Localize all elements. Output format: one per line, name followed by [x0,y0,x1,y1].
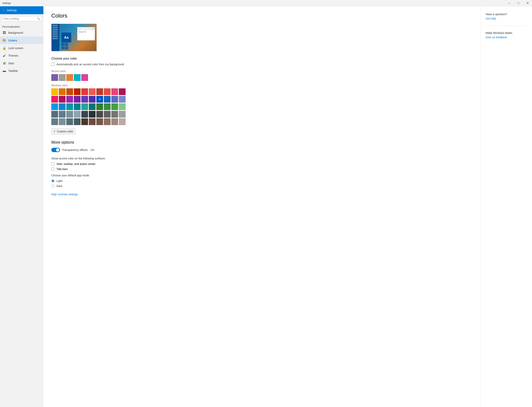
windows-color-swatch[interactable] [119,111,126,117]
preview-taskbar-item-4 [52,31,58,33]
windows-color-swatch[interactable] [119,96,126,102]
background-icon: 🖼 [2,31,6,35]
help-section: Have a question? Get help [486,13,527,20]
close-button[interactable]: ✕ [523,0,532,6]
feedback-section: Make Windows better. Give us feedback [486,31,527,39]
minimize-button[interactable]: ─ [505,0,514,6]
mode-dark-radio[interactable] [51,184,55,188]
mode-light-row: Light [51,179,473,182]
windows-color-swatch[interactable] [59,111,65,117]
sidebar-item-background[interactable]: 🖼 Background [0,29,43,37]
high-contrast-link[interactable]: High contrast settings [51,193,78,196]
transparency-toggle[interactable] [51,148,60,152]
windows-color-swatch[interactable] [96,88,103,95]
show-accent-label: Show accent color on the following surfa… [51,157,473,160]
default-app-mode-label: Choose your default app mode [51,174,473,177]
windows-color-swatch[interactable] [51,111,58,117]
windows-color-swatch[interactable] [111,88,118,95]
windows-color-swatch[interactable] [51,118,58,125]
windows-color-swatch[interactable] [96,103,103,110]
choose-color-title: Choose your color [51,57,473,60]
windows-color-swatch[interactable] [111,103,118,110]
surface-titlebars-checkbox[interactable] [51,167,55,171]
mode-light-radio[interactable] [51,179,55,182]
windows-color-swatch[interactable] [119,103,126,110]
surface-start-label[interactable]: Start, taskbar, and action center [56,162,95,165]
windows-color-swatch[interactable] [81,111,88,117]
windows-color-swatch[interactable] [89,88,95,95]
windows-color-swatch[interactable] [81,88,88,95]
windows-color-swatch[interactable] [59,103,65,110]
search-input[interactable] [3,17,37,20]
windows-color-swatch[interactable] [51,103,58,110]
recent-color-swatch[interactable] [81,74,88,81]
windows-color-swatch[interactable] [111,96,118,102]
windows-color-swatch[interactable] [66,88,73,95]
lock-icon: 🔒 [2,46,6,50]
windows-color-swatch[interactable] [96,118,103,125]
sidebar-item-start[interactable]: ⊞ Start [0,59,43,67]
windows-color-swatch[interactable] [104,118,111,125]
windows-color-swatch[interactable] [59,88,65,95]
sidebar-item-label-colors: Colors [8,39,17,42]
windows-color-swatch[interactable] [59,118,65,125]
preview-window-titlebar [77,27,95,30]
sidebar-item-colors[interactable]: 🎨 Colors [0,37,43,44]
sidebar-item-lock-screen[interactable]: 🔒 Lock screen [0,44,43,52]
windows-color-swatch[interactable] [51,96,58,102]
transparency-row: Transparency effects On [51,148,473,152]
windows-color-swatch[interactable] [89,103,95,110]
windows-color-swatch[interactable] [89,118,95,125]
windows-color-swatch[interactable] [111,118,118,125]
mode-light-label[interactable]: Light [56,179,62,182]
mode-dark-label[interactable]: Dark [56,184,62,188]
auto-pick-checkbox[interactable] [51,63,55,66]
give-feedback-link[interactable]: Give us feedback [486,36,507,39]
windows-color-swatch[interactable] [104,96,111,102]
windows-color-swatch[interactable] [74,118,80,125]
windows-color-swatch[interactable] [74,96,80,102]
windows-color-swatch[interactable] [66,118,73,125]
recent-color-swatch[interactable] [51,74,58,81]
windows-color-swatch[interactable] [111,111,118,117]
auto-pick-label[interactable]: Automatically pick an accent color from … [56,63,124,66]
preview-taskbar [52,24,59,51]
preview-window-content: Sample Text [77,30,95,34]
windows-color-swatch[interactable] [74,111,80,117]
surface-start-checkbox[interactable] [51,162,55,165]
windows-color-swatch[interactable] [89,96,95,102]
windows-color-swatch[interactable] [74,88,80,95]
surface-titlebars-label[interactable]: Title bars [56,167,68,171]
sidebar-item-taskbar[interactable]: ▬ Taskbar [0,67,43,75]
search-box[interactable]: 🔍 [2,16,42,21]
windows-color-swatch[interactable] [89,111,95,117]
maximize-button[interactable]: □ [514,0,523,6]
windows-color-swatch[interactable] [51,88,58,95]
windows-color-swatch[interactable] [81,118,88,125]
windows-color-swatch[interactable] [104,88,111,95]
windows-color-swatch[interactable] [96,111,103,117]
windows-color-swatch[interactable] [81,103,88,110]
recent-color-swatch[interactable] [66,74,73,81]
windows-color-swatch[interactable] [66,96,73,102]
windows-color-swatch[interactable] [66,103,73,110]
recent-color-swatch[interactable] [59,74,65,81]
divider [486,26,527,26]
windows-color-swatch[interactable] [74,103,80,110]
windows-colors-grid [51,88,473,125]
windows-color-swatch[interactable] [104,103,111,110]
windows-color-swatch[interactable] [96,96,103,102]
custom-color-button[interactable]: + Custom color [51,128,75,134]
sidebar-item-themes[interactable]: 🖌 Themes [0,52,43,59]
get-help-link[interactable]: Get help [486,17,496,20]
recent-color-swatch[interactable] [74,74,80,81]
windows-color-swatch[interactable] [104,111,111,117]
back-button[interactable]: ← Settings [0,6,43,14]
sidebar-item-label-themes: Themes [8,54,18,57]
windows-color-swatch[interactable] [59,96,65,102]
windows-color-swatch[interactable] [119,118,126,125]
windows-color-swatch[interactable] [66,111,73,117]
themes-icon: 🖌 [2,54,6,57]
windows-color-swatch[interactable] [81,96,88,102]
windows-color-swatch[interactable] [119,88,126,95]
